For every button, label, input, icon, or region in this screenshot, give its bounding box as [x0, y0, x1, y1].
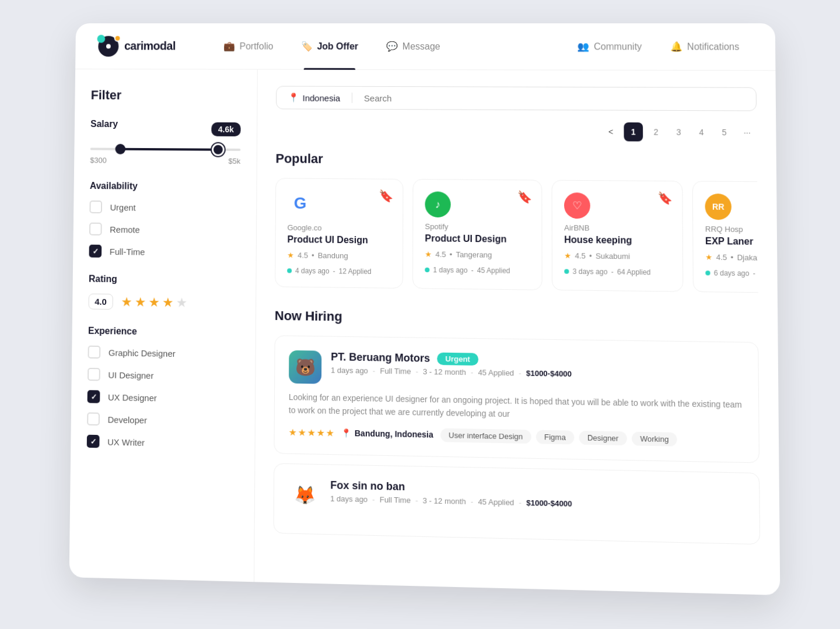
logo[interactable]: carimodal — [98, 36, 176, 57]
page-2[interactable]: 2 — [646, 122, 666, 142]
dot-green-rrq — [705, 270, 710, 275]
checkbox-remote-label: Remote — [110, 224, 140, 234]
tag-uid[interactable]: User interface Design — [440, 428, 531, 444]
experience-section: Experience Graphic Designer UI Designer … — [87, 326, 239, 451]
airbnb-time: 3 days ago — [573, 268, 608, 276]
location-pin-beruang: 📍 — [341, 428, 351, 438]
message-icon: 💬 — [386, 41, 398, 52]
checkbox-dev-box[interactable] — [87, 412, 100, 426]
slider-thumb-left[interactable] — [115, 144, 125, 154]
search-location[interactable]: 📍 Indonesia — [288, 92, 352, 103]
spotify-footer: 1 days ago - 45 Applied — [425, 266, 530, 275]
checkbox-urgent-box[interactable] — [89, 201, 102, 213]
main-nav: 💼 Portfolio 🏷️ Job Offer 💬 Message — [209, 23, 565, 70]
bear-star-3: ★ — [307, 427, 316, 438]
tag-figma[interactable]: Figma — [536, 430, 575, 444]
fox-type: Full Time — [380, 495, 411, 505]
star-3[interactable]: ★ — [148, 294, 160, 310]
nav-community[interactable]: 👥 Community — [565, 23, 654, 70]
nav-job-offer[interactable]: 🏷️ Job Offer — [287, 23, 372, 69]
beruang-applied: 45 Applied — [478, 368, 514, 377]
spotify-location: Tangerang — [456, 250, 492, 259]
beruang-location-row: 📍 Bandung, Indonesia — [341, 428, 433, 440]
rrq-location: Djakart — [737, 253, 758, 262]
checkbox-remote-box[interactable] — [89, 223, 102, 236]
checkbox-urgent[interactable]: Urgent — [89, 201, 240, 215]
spotify-applied: 45 Applied — [477, 266, 510, 275]
checkbox-uxwriter-box[interactable] — [87, 435, 100, 448]
beruang-tags: User interface Design Figma Designer Wor… — [440, 428, 677, 446]
app-container: carimodal 💼 Portfolio 🏷️ Job Offer 💬 Mes… — [69, 23, 780, 595]
spotify-time: 1 days ago — [433, 266, 467, 275]
popular-card-rrq[interactable]: 🔖 RR RRQ Hosp EXP Laner ★ 4.5 • Djakart … — [692, 181, 758, 293]
checkbox-ui[interactable]: UI Designer — [88, 368, 239, 383]
popular-cards: 🔖 G Google.co Product UI Design ★ 4.5 • … — [275, 178, 758, 293]
page-3[interactable]: 3 — [669, 122, 688, 142]
filter-title: Filter — [91, 87, 241, 103]
airbnb-job-title: House keeping — [564, 234, 670, 246]
checkbox-ux-box[interactable] — [88, 390, 100, 403]
salary-range: $300 $5k — [90, 156, 240, 166]
rrq-time: 6 days ago — [714, 269, 750, 277]
page-4[interactable]: 4 — [692, 122, 711, 142]
dot-green-airbnb — [564, 269, 569, 274]
spotify-rating-star: ★ — [425, 250, 432, 258]
popular-title: Popular — [275, 151, 757, 169]
spotify-logo: ♪ — [425, 191, 450, 217]
google-rating-star: ★ — [287, 251, 294, 259]
page-prev[interactable]: < — [601, 122, 621, 142]
airbnb-rating-val: 4.5 — [575, 251, 586, 261]
star-4[interactable]: ★ — [162, 295, 174, 310]
page-1[interactable]: 1 — [624, 122, 643, 142]
popular-card-airbnb[interactable]: 🔖 ♡ AirBNB House keeping ★ 4.5 • Sukabum… — [552, 180, 684, 292]
checkbox-graphic[interactable]: Graphic Designer — [88, 346, 239, 361]
slider-track — [90, 147, 241, 150]
search-input[interactable] — [352, 93, 744, 104]
bookmark-icon-spotify[interactable]: 🔖 — [517, 189, 532, 204]
experience-title: Experience — [88, 326, 239, 339]
header-right: 👥 Community 🔔 Notifications — [565, 23, 751, 71]
hiring-card-beruang[interactable]: 🐻 PT. Beruang Motors Urgent 1 days ago -… — [274, 335, 760, 463]
checkbox-dev[interactable]: Developer — [87, 412, 239, 428]
content: 📍 Indonesia < 1 2 3 4 5 ··· Popular � — [254, 69, 780, 595]
slider-thumb-right[interactable] — [212, 143, 225, 156]
popular-card-spotify[interactable]: 🔖 ♪ Spotify Product UI Design ★ 4.5 • Ta… — [412, 179, 542, 290]
nav-message[interactable]: 💬 Message — [372, 23, 454, 70]
checkbox-ui-box[interactable] — [88, 368, 100, 381]
salary-slider[interactable] — [90, 147, 241, 150]
nav-portfolio[interactable]: 💼 Portfolio — [209, 23, 287, 69]
header: carimodal 💼 Portfolio 🏷️ Job Offer 💬 Mes… — [75, 23, 775, 71]
checkbox-fulltime-box[interactable] — [89, 245, 102, 258]
bear-star-4: ★ — [317, 427, 325, 438]
bookmark-icon-google[interactable]: 🔖 — [379, 189, 393, 203]
rating-value: 4.0 — [88, 294, 113, 310]
tag-working[interactable]: Working — [632, 431, 677, 446]
spotify-meta: ★ 4.5 • Tangerang — [425, 250, 530, 259]
beruang-badge: Urgent — [437, 353, 478, 366]
checkbox-graphic-box[interactable] — [88, 346, 101, 359]
beruang-stars: ★ ★ ★ ★ ★ — [289, 427, 334, 439]
checkbox-dev-label: Developer — [108, 414, 147, 425]
nav-notifications[interactable]: 🔔 Notifications — [659, 23, 752, 71]
tag-designer[interactable]: Designer — [579, 431, 626, 445]
hiring-card-fox[interactable]: 🦊 Fox sin no ban 1 days ago - Full Time … — [274, 463, 761, 544]
page-5[interactable]: 5 — [715, 123, 734, 142]
google-rating-val: 4.5 — [298, 251, 308, 259]
checkbox-ux[interactable]: UX Designer — [88, 390, 239, 406]
star-5[interactable]: ★ — [176, 295, 188, 310]
checkbox-fulltime[interactable]: Full-Time — [89, 245, 240, 259]
hiring-header-beruang: 🐻 PT. Beruang Motors Urgent 1 days ago -… — [289, 350, 744, 391]
salary-badge: 4.6k — [211, 122, 241, 136]
rating-stars[interactable]: ★ ★ ★ ★ ★ — [121, 294, 187, 311]
bear-star-5: ★ — [326, 427, 334, 439]
star-2[interactable]: ★ — [135, 294, 146, 310]
community-icon: 👥 — [578, 41, 589, 52]
page-more: ··· — [737, 123, 757, 142]
popular-card-google[interactable]: 🔖 G Google.co Product UI Design ★ 4.5 • … — [275, 178, 403, 289]
bookmark-icon-airbnb[interactable]: 🔖 — [657, 191, 673, 205]
rrq-logo: RR — [705, 194, 732, 220]
checkbox-uxwriter[interactable]: UX Writer — [87, 435, 239, 451]
dot-green-google — [287, 268, 292, 273]
star-1[interactable]: ★ — [121, 294, 132, 310]
checkbox-remote[interactable]: Remote — [89, 223, 240, 237]
